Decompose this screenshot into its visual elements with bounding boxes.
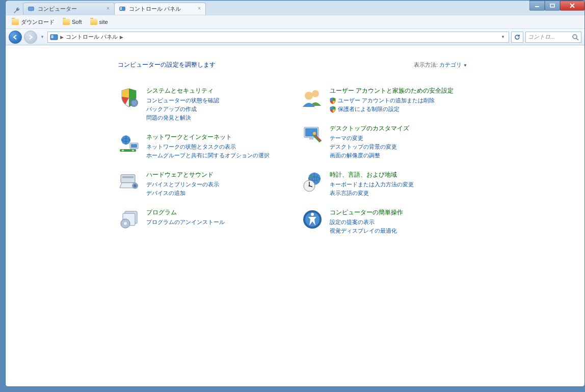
svg-rect-1 (30, 11, 32, 12)
svg-rect-4 (120, 9, 122, 10)
heading-row: コンピューターの設定を調整します 表示方法: カテゴリ ▼ (118, 61, 584, 69)
categories-right: ユーザー アカウントと家族のための安全設定 ユーザー アカウントの追加または削除 (301, 83, 485, 243)
category-appearance: デスクトップのカスタマイズ テーマの変更 デスクトップの背景の変更 画面の解像度… (301, 121, 485, 167)
category-link[interactable]: デスクトップの背景の変更 (330, 143, 409, 151)
tab-control-panel[interactable]: コントロール パネル × (114, 3, 206, 15)
category-system-security: システムとセキュリティ コンピューターの状態を確認 バックアップの作成 問題の発… (118, 83, 301, 130)
breadcrumb-separator[interactable]: ▶ (119, 35, 124, 40)
bookmarks-bar: ダウンロード Soft site (6, 15, 584, 29)
minimize-button[interactable] (529, 1, 545, 11)
category-link[interactable]: デバイスの追加 (146, 189, 219, 197)
hardware-sound-icon (118, 171, 140, 193)
category-link[interactable]: ネットワークの状態とタスクの表示 (146, 143, 270, 151)
category-ease-of-access: コンピューターの簡単操作 設定の提案の表示 視覚ディスプレイの最適化 (301, 205, 485, 243)
svg-point-33 (313, 132, 316, 135)
category-user-accounts: ユーザー アカウントと家族のための安全設定 ユーザー アカウントの追加または削除 (301, 83, 485, 121)
tab-computer[interactable]: コンピューター × (23, 3, 115, 15)
svg-rect-5 (535, 6, 539, 7)
categories-left: システムとセキュリティ コンピューターの状態を確認 バックアップの作成 問題の発… (118, 83, 301, 243)
folder-icon (12, 19, 19, 25)
breadcrumb[interactable]: ▶ コントロール パネル ▶ ▼ (47, 32, 509, 43)
search-placeholder: コントロ... (528, 33, 555, 41)
programs-icon (118, 208, 140, 231)
back-button[interactable] (9, 31, 22, 44)
view-by: 表示方法: カテゴリ ▼ (414, 61, 467, 69)
refresh-button[interactable] (511, 32, 523, 43)
svg-rect-32 (309, 138, 313, 139)
shield-icon (330, 97, 336, 104)
view-by-label: 表示方法: (414, 62, 438, 68)
maximize-button[interactable] (545, 1, 560, 11)
categories-grid: システムとセキュリティ コンピューターの状態を確認 バックアップの作成 問題の発… (118, 83, 584, 243)
view-by-value[interactable]: カテゴリ ▼ (439, 62, 467, 68)
svg-rect-3 (120, 7, 122, 8)
category-link[interactable]: キーボードまたは入力方法の変更 (330, 181, 414, 188)
category-clock-language-region: 時計、言語、および地域 キーボードまたは入力方法の変更 表示言語の変更 (301, 167, 485, 205)
tab-strip: コンピューター × コントロール パネル × (6, 1, 205, 15)
svg-point-38 (309, 185, 310, 187)
svg-rect-16 (131, 144, 137, 148)
search-input[interactable]: コントロ... (525, 32, 581, 43)
category-link[interactable]: コンピューターの状態を確認 (146, 97, 219, 104)
computer-icon (28, 6, 35, 13)
page-title: コンピューターの設定を調整します (118, 61, 216, 69)
window-controls (529, 1, 584, 11)
content-area: コンピューターの設定を調整します 表示方法: カテゴリ ▼ (6, 45, 584, 386)
close-button[interactable] (560, 1, 584, 11)
svg-point-13 (131, 100, 137, 105)
category-title[interactable]: デスクトップのカスタマイズ (330, 124, 409, 133)
svg-rect-19 (132, 150, 134, 151)
svg-point-29 (305, 92, 313, 100)
category-link[interactable]: プログラムのアンインストール (146, 218, 225, 226)
category-link[interactable]: 視覚ディスプレイの最適化 (330, 227, 403, 235)
bookmark-downloads[interactable]: ダウンロード (10, 17, 57, 27)
svg-point-41 (311, 213, 314, 216)
bookmark-soft[interactable]: Soft (61, 18, 84, 26)
category-link[interactable]: 設定の提案の表示 (330, 218, 403, 226)
svg-point-23 (134, 184, 137, 187)
close-icon[interactable]: × (196, 6, 202, 12)
category-link[interactable]: テーマの変更 (330, 134, 409, 142)
svg-rect-8 (51, 35, 54, 36)
category-link[interactable]: デバイスとプリンターの表示 (146, 181, 219, 188)
category-link[interactable]: バックアップの作成 (146, 105, 219, 113)
svg-point-28 (312, 90, 319, 97)
category-link[interactable]: ユーザー アカウントの追加または削除 (330, 97, 454, 104)
control-panel-icon (119, 6, 126, 13)
category-link[interactable]: 画面の解像度の調整 (330, 152, 409, 159)
category-title[interactable]: ハードウェアとサウンド (146, 171, 219, 179)
folder-icon (90, 19, 97, 25)
svg-rect-0 (29, 7, 34, 10)
category-title[interactable]: 時計、言語、および地域 (330, 171, 414, 179)
clock-language-region-icon (301, 171, 324, 193)
bookmark-label: ダウンロード (21, 18, 55, 26)
category-title[interactable]: システムとセキュリティ (146, 87, 219, 95)
breadcrumb-dropdown[interactable]: ▼ (499, 35, 507, 39)
category-hardware-sound: ハードウェアとサウンド デバイスとプリンターの表示 デバイスの追加 (118, 167, 301, 205)
shield-icon (330, 106, 336, 113)
forward-button[interactable] (24, 31, 37, 44)
category-title[interactable]: コンピューターの簡単操作 (330, 208, 403, 217)
category-title[interactable]: ユーザー アカウントと家族のための安全設定 (330, 87, 454, 95)
history-dropdown[interactable]: ▼ (39, 31, 45, 43)
category-link[interactable]: 問題の発見と解決 (146, 114, 219, 122)
tab-label: コンピューター (38, 5, 77, 13)
category-title[interactable]: プログラム (146, 208, 225, 217)
system-security-icon (118, 87, 140, 109)
svg-rect-6 (550, 4, 554, 7)
breadcrumb-item[interactable]: コントロール パネル (66, 33, 118, 41)
control-panel-icon (50, 34, 58, 41)
breadcrumb-separator[interactable]: ▶ (59, 35, 65, 40)
category-link[interactable]: 表示言語の変更 (330, 189, 414, 197)
ease-of-access-icon (301, 208, 324, 231)
bookmark-site[interactable]: site (88, 18, 110, 26)
category-link[interactable]: 保護者による制限の設定 (330, 105, 454, 113)
svg-point-27 (124, 222, 127, 225)
category-title[interactable]: ネットワークとインターネット (146, 133, 270, 142)
wrench-icon[interactable] (13, 7, 21, 15)
navigation-bar: ▼ ▶ コントロール パネル ▶ ▼ コントロ... (6, 29, 584, 45)
titlebar: コンピューター × コントロール パネル × (6, 1, 584, 15)
category-link[interactable]: ホームグループと共有に関するオプションの選択 (146, 152, 270, 159)
category-network-internet: ネットワークとインターネット ネットワークの状態とタスクの表示 ホームグループと… (118, 130, 301, 167)
close-icon[interactable]: × (105, 6, 111, 12)
